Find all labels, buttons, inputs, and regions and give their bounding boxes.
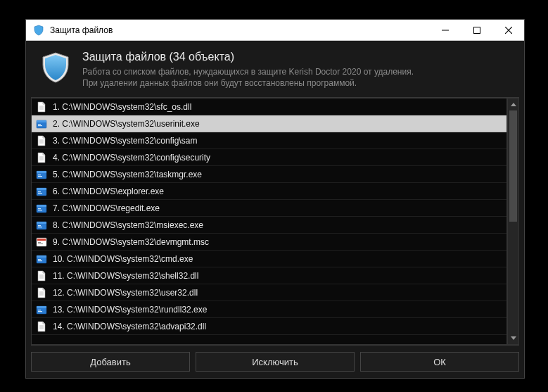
svg-rect-39 [38,259,41,260]
header: Защита файлов (34 объекта) Работа со спи… [26,41,524,97]
header-text: Защита файлов (34 объекта) Работа со спи… [82,51,414,89]
list-item[interactable]: 5. C:\WINDOWS\system32\taskmgr.exe [32,166,506,183]
list-item-path: 13. C:\WINDOWS\system32\rundll32.exe [53,305,207,315]
list-item-path: 9. C:\WINDOWS\system32\devmgmt.msc [53,237,209,247]
list-item[interactable]: 14. C:\WINDOWS\system32\advapi32.dll [32,318,506,335]
scrollbar[interactable] [507,98,519,345]
shield-icon [39,51,72,84]
svg-rect-30 [37,222,46,224]
list-item-path: 4. C:\WINDOWS\system32\config\security [53,153,210,163]
list-item-path: 14. C:\WINDOWS\system32\advapi32.dll [53,322,206,331]
ok-button[interactable]: ОК [360,352,519,372]
svg-rect-40 [38,260,42,261]
svg-rect-9 [38,124,41,125]
list-item-path: 8. C:\WINDOWS\system32\msiexec.exe [53,220,203,230]
app-window: Защита файлов Защита файлов (34 объекта)… [25,19,525,379]
file-list[interactable]: 1. C:\WINDOWS\system32\sfc_os.dll2. C:\W… [31,98,507,345]
svg-rect-18 [37,171,46,173]
minimize-button[interactable] [429,20,461,40]
svg-rect-10 [38,125,42,126]
list-item[interactable]: 3. C:\WINDOWS\system32\config\sam [32,132,506,149]
exe-file-icon [36,169,47,180]
svg-rect-48 [37,306,46,308]
svg-rect-34 [37,239,46,241]
svg-marker-55 [511,336,516,340]
svg-rect-28 [38,210,42,210]
list-item[interactable]: 1. C:\WINDOWS\system32\sfc_os.dll [32,99,506,115]
msc-file-icon [36,236,47,248]
svg-rect-31 [38,225,41,226]
scroll-track[interactable] [508,110,518,332]
header-desc-1: Работа со списком файлов, нуждающихся в … [82,66,414,77]
svg-rect-36 [38,244,43,244]
exe-file-icon [36,220,47,231]
svg-rect-32 [38,227,42,227]
svg-rect-38 [37,255,46,258]
footer: Добавить Исключить ОК [26,346,524,378]
window-title: Защита файлов [50,25,429,35]
list-item-path: 7. C:\WINDOWS\regedit.exe [53,203,160,213]
list-item[interactable]: 4. C:\WINDOWS\system32\config\security [32,149,506,166]
list-item-path: 2. C:\WINDOWS\system32\userinit.exe [53,119,200,129]
list-item-path: 11. C:\WINDOWS\system32\shell32.dll [53,271,198,281]
svg-rect-27 [38,208,41,209]
svg-rect-22 [37,188,46,190]
list-item-path: 12. C:\WINDOWS\system32\user32.dll [53,288,198,298]
list-item-path: 10. C:\WINDOWS\system32\cmd.exe [53,254,193,264]
list-item[interactable]: 8. C:\WINDOWS\system32\msiexec.exe [32,217,506,234]
svg-rect-23 [38,191,41,192]
list-item[interactable]: 11. C:\WINDOWS\system32\shell32.dll [32,267,506,284]
exclude-button[interactable]: Исключить [196,352,355,372]
list-item[interactable]: 7. C:\WINDOWS\regedit.exe [32,200,506,217]
file-file-icon [36,321,47,332]
svg-rect-26 [37,205,46,207]
file-file-icon [36,270,47,282]
app-shield-icon [33,25,44,36]
close-button[interactable] [492,20,524,40]
exe-file-icon [36,118,47,129]
exe-file-icon [36,253,47,265]
svg-rect-1 [473,27,480,33]
svg-rect-50 [38,311,42,312]
list-item-path: 6. C:\WINDOWS\explorer.exe [53,186,164,196]
list-item-path: 3. C:\WINDOWS\system32\config\sam [53,136,197,146]
header-desc-2: При удалении данных файлов они будут вос… [82,77,414,89]
svg-rect-24 [38,193,42,194]
list-item[interactable]: 10. C:\WINDOWS\system32\cmd.exe [32,251,506,267]
titlebar: Защита файлов [26,20,524,41]
svg-rect-49 [38,310,41,310]
svg-rect-8 [37,120,46,122]
list-item-path: 5. C:\WINDOWS\system32\taskmgr.exe [53,170,202,179]
list-item[interactable]: 9. C:\WINDOWS\system32\devmgmt.msc [32,234,506,251]
add-button[interactable]: Добавить [31,352,190,372]
exe-file-icon [36,186,47,197]
file-file-icon [36,287,47,298]
scroll-down-button[interactable] [508,332,518,344]
exe-file-icon [36,304,47,315]
file-file-icon [36,101,47,113]
svg-rect-20 [38,176,42,177]
header-heading: Защита файлов (34 объекта) [82,51,414,63]
svg-rect-35 [38,242,41,243]
file-list-container: 1. C:\WINDOWS\system32\sfc_os.dll2. C:\W… [31,97,519,346]
list-item[interactable]: 6. C:\WINDOWS\explorer.exe [32,183,506,200]
svg-rect-19 [38,175,41,175]
scroll-up-button[interactable] [508,99,518,110]
list-item-path: 1. C:\WINDOWS\system32\sfc_os.dll [53,102,191,112]
list-item[interactable]: 2. C:\WINDOWS\system32\userinit.exe [32,115,506,132]
exe-file-icon [36,203,47,214]
file-file-icon [36,152,47,163]
list-item[interactable]: 12. C:\WINDOWS\system32\user32.dll [32,284,506,301]
maximize-button[interactable] [461,20,492,40]
svg-marker-54 [511,103,516,106]
scroll-thumb[interactable] [509,110,517,221]
file-file-icon [36,135,47,146]
list-item[interactable]: 13. C:\WINDOWS\system32\rundll32.exe [32,301,506,318]
